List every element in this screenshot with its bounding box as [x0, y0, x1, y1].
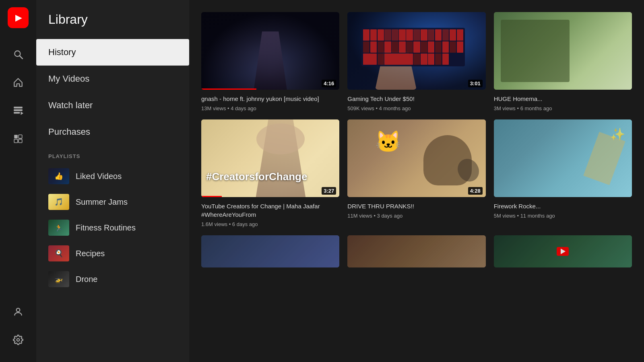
progress-creators [201, 196, 222, 197]
video-thumb-gaming: 3:01 [347, 12, 485, 90]
video-info-firework: Firework Rocke... 5M views • 11 months a… [494, 202, 632, 219]
playlist-name-summer: Summer Jams [76, 197, 128, 207]
video-title-huge: HUGE Homema... [494, 95, 632, 103]
duration-gnash: 4:16 [322, 80, 336, 87]
playlist-thumb-drone: 🚁 [48, 271, 69, 287]
playlist-liked-videos[interactable]: 👍 Liked Videos [36, 163, 189, 189]
svg-point-10 [17, 308, 20, 312]
video-card-row3-1[interactable] [201, 235, 339, 272]
video-card-huge[interactable]: HUGE Homema... 3M views • 6 months ago [494, 12, 632, 111]
video-title-drive: DRIVE THRU PRANKS!! [347, 202, 485, 210]
svg-rect-4 [14, 112, 20, 113]
svg-rect-3 [14, 109, 23, 111]
library-nav-icon[interactable] [0, 125, 36, 153]
duration-gaming: 3:01 [468, 80, 483, 87]
duration-creators: 3:27 [322, 187, 336, 195]
video-info-gaming: Gaming Tech Under $50! 509K views • 4 mo… [347, 95, 485, 111]
video-title-gaming: Gaming Tech Under $50! [347, 95, 485, 103]
video-thumb-row3-1 [201, 235, 339, 267]
video-meta-gnash: 13M views • 4 days ago [201, 105, 339, 111]
playlist-thumb-recipes: 🍳 [48, 245, 69, 261]
subscriptions-nav-icon[interactable] [0, 97, 36, 125]
video-info-drive: DRIVE THRU PRANKS!! 11M views • 3 days a… [347, 202, 485, 219]
playlist-fitness-routines[interactable]: 🏃 Fitness Routines [36, 215, 189, 241]
nav-watch-later[interactable]: Watch later [36, 92, 189, 119]
library-panel: Library History My Videos Watch later Pu… [36, 0, 189, 362]
library-title: Library [36, 12, 189, 39]
nav-history[interactable]: History [36, 39, 189, 66]
video-meta-drive: 11M views • 3 days ago [347, 213, 485, 219]
video-card-drive[interactable]: 🐱 4:28 DRIVE THRU PRANKS!! 11M views • 3… [347, 119, 485, 227]
svg-rect-8 [14, 139, 18, 143]
svg-line-1 [20, 56, 23, 59]
video-thumb-drive: 🐱 4:28 [347, 119, 485, 197]
video-grid: 4:16 gnash - home ft. johnny yukon [musi… [201, 12, 632, 272]
video-thumb-creators: #CreatorsforChange 3:27 [201, 119, 339, 197]
video-title-gnash: gnash - home ft. johnny yukon [music vid… [201, 95, 339, 103]
hashtag-overlay: #CreatorsforChange [206, 171, 307, 183]
sidebar-icons [0, 0, 36, 362]
nav-my-videos[interactable]: My Videos [36, 66, 189, 92]
playlist-name-recipes: Recipes [76, 249, 105, 258]
video-thumb-row3-3 [494, 235, 632, 267]
video-thumb-gnash: 4:16 [201, 12, 339, 90]
video-card-row3-2[interactable] [347, 235, 485, 272]
video-card-firework[interactable]: ✨ Firework Rocke... 5M views • 11 months… [494, 119, 632, 227]
playlist-thumb-summer: 🎵 [48, 194, 69, 210]
playlists-label: PLAYLISTS [36, 145, 189, 163]
playlist-recipes[interactable]: 🍳 Recipes [36, 241, 189, 266]
video-card-row3-3[interactable] [494, 235, 632, 272]
video-card-gnash[interactable]: 4:16 gnash - home ft. johnny yukon [musi… [201, 12, 339, 111]
settings-nav-icon[interactable] [0, 326, 36, 354]
svg-point-11 [17, 339, 20, 341]
video-meta-firework: 5M views • 11 months ago [494, 213, 632, 219]
video-meta-gaming: 509K views • 4 months ago [347, 105, 485, 111]
account-nav-icon[interactable] [0, 298, 36, 326]
playlist-thumb-liked: 👍 [48, 168, 69, 184]
svg-rect-2 [14, 107, 23, 108]
playlist-name-liked: Liked Videos [76, 172, 122, 181]
video-title-firework: Firework Rocke... [494, 202, 632, 210]
video-meta-creators: 1.6M views • 6 days ago [201, 221, 339, 227]
nav-purchases[interactable]: Purchases [36, 119, 189, 145]
progress-gnash [201, 88, 256, 90]
playlist-thumb-fitness: 🏃 [48, 220, 69, 236]
video-title-creators: YouTube Creators for Change | Maha Jaafa… [201, 202, 339, 219]
svg-rect-6 [14, 135, 18, 138]
video-info-huge: HUGE Homema... 3M views • 6 months ago [494, 95, 632, 111]
playlist-name-fitness: Fitness Routines [76, 223, 136, 232]
home-nav-icon[interactable] [0, 68, 36, 97]
main-content: 4:16 gnash - home ft. johnny yukon [musi… [189, 0, 644, 362]
video-info-gnash: gnash - home ft. johnny yukon [music vid… [201, 95, 339, 111]
svg-marker-5 [21, 111, 24, 115]
video-card-gaming[interactable]: 3:01 Gaming Tech Under $50! 509K views •… [347, 12, 485, 111]
playlist-summer-jams[interactable]: 🎵 Summer Jams [36, 189, 189, 215]
video-thumb-row3-2 [347, 235, 485, 267]
youtube-logo[interactable] [8, 7, 29, 28]
video-thumb-firework: ✨ [494, 119, 632, 197]
video-meta-huge: 3M views • 6 months ago [494, 105, 632, 111]
video-card-creators[interactable]: #CreatorsforChange 3:27 YouTube Creators… [201, 119, 339, 227]
search-nav-icon[interactable] [0, 40, 36, 68]
video-thumb-huge [494, 12, 632, 90]
duration-drive: 4:28 [468, 187, 483, 195]
playlist-name-drone: Drone [76, 275, 97, 284]
video-info-creators: YouTube Creators for Change | Maha Jaafa… [201, 202, 339, 227]
playlist-drone[interactable]: 🚁 Drone [36, 266, 189, 292]
svg-rect-9 [19, 139, 22, 143]
svg-rect-7 [19, 135, 22, 138]
